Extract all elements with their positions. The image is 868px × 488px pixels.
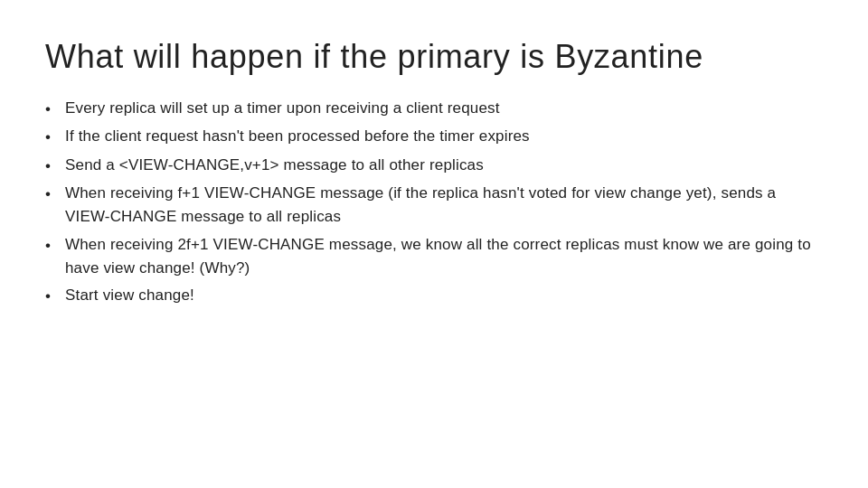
slide: What will happen if the primary is Byzan…	[0, 0, 868, 488]
bullet-text: Send a <VIEW-CHANGE,v+1> message to all …	[65, 154, 823, 177]
list-item: • Start view change!	[45, 284, 823, 308]
list-item: • If the client request hasn't been proc…	[45, 125, 823, 149]
bullet-dot: •	[45, 182, 65, 206]
list-item: • Every replica will set up a timer upon…	[45, 97, 823, 121]
bullet-text: If the client request hasn't been proces…	[65, 125, 823, 148]
bullet-list: • Every replica will set up a timer upon…	[45, 97, 823, 313]
bullet-dot: •	[45, 154, 65, 178]
bullet-text: Start view change!	[65, 284, 823, 307]
bullet-dot: •	[45, 125, 65, 149]
bullet-text: When receiving 2f+1 VIEW-CHANGE message,…	[65, 233, 823, 281]
bullet-text: When receiving f+1 VIEW-CHANGE message (…	[65, 182, 823, 230]
bullet-dot: •	[45, 97, 65, 121]
bullet-dot: •	[45, 284, 65, 308]
list-item: • When receiving 2f+1 VIEW-CHANGE messag…	[45, 233, 823, 281]
bullet-text: Every replica will set up a timer upon r…	[65, 97, 823, 120]
slide-title: What will happen if the primary is Byzan…	[45, 36, 823, 77]
list-item: • When receiving f+1 VIEW-CHANGE message…	[45, 182, 823, 230]
bullet-dot: •	[45, 233, 65, 258]
list-item: • Send a <VIEW-CHANGE,v+1> message to al…	[45, 154, 823, 178]
